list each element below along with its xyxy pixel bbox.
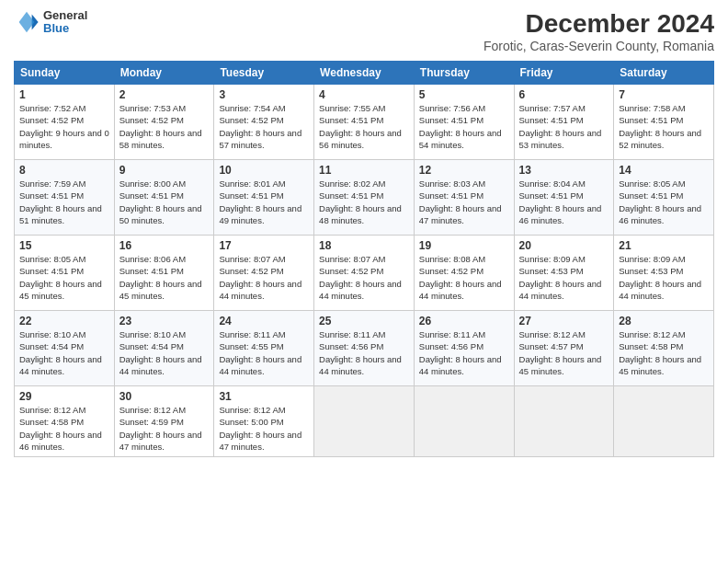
col-wednesday: Wednesday: [314, 62, 415, 85]
sunrise-label: Sunrise: 7:55 AM: [319, 103, 385, 113]
logo-blue-text: Blue: [43, 22, 87, 35]
day-number: 3: [219, 88, 309, 101]
table-row: 26 Sunrise: 8:11 AM Sunset: 4:56 PM Dayl…: [414, 311, 514, 386]
day-number: 14: [619, 164, 709, 177]
table-row: 18 Sunrise: 8:07 AM Sunset: 4:52 PM Dayl…: [314, 236, 415, 311]
daylight-label: Daylight: 8 hours and 57 minutes.: [219, 128, 301, 150]
day-info: Sunrise: 8:12 AM Sunset: 4:58 PM Dayligh…: [619, 328, 709, 377]
day-info: Sunrise: 8:10 AM Sunset: 4:54 PM Dayligh…: [19, 328, 109, 377]
sunset-label: Sunset: 4:51 PM: [619, 115, 683, 125]
day-number: 16: [119, 239, 210, 252]
sunrise-label: Sunrise: 8:11 AM: [419, 329, 485, 339]
sunset-label: Sunset: 4:57 PM: [519, 341, 584, 351]
sunset-label: Sunset: 4:56 PM: [419, 341, 483, 351]
daylight-label: Daylight: 8 hours and 47 minutes.: [419, 203, 502, 225]
sunrise-label: Sunrise: 7:58 AM: [619, 103, 685, 113]
sunrise-label: Sunrise: 8:09 AM: [619, 254, 685, 264]
table-row: 29 Sunrise: 8:12 AM Sunset: 4:58 PM Dayl…: [15, 386, 115, 457]
sunrise-label: Sunrise: 8:04 AM: [519, 178, 586, 189]
day-info: Sunrise: 8:11 AM Sunset: 4:55 PM Dayligh…: [219, 328, 309, 377]
sunset-label: Sunset: 4:52 PM: [119, 115, 184, 125]
daylight-label: Daylight: 8 hours and 58 minutes.: [119, 128, 202, 150]
day-number: 21: [619, 239, 709, 252]
daylight-label: Daylight: 8 hours and 45 minutes.: [119, 279, 202, 301]
sunrise-label: Sunrise: 8:07 AM: [319, 254, 385, 264]
calendar-table: Sunday Monday Tuesday Wednesday Thursday…: [14, 61, 714, 457]
day-info: Sunrise: 8:04 AM Sunset: 4:51 PM Dayligh…: [519, 178, 609, 226]
table-row: 30 Sunrise: 8:12 AM Sunset: 4:59 PM Dayl…: [114, 386, 214, 457]
daylight-label: Daylight: 8 hours and 51 minutes.: [19, 203, 102, 225]
daylight-label: Daylight: 8 hours and 50 minutes.: [119, 203, 202, 225]
table-row: 31 Sunrise: 8:12 AM Sunset: 5:00 PM Dayl…: [214, 386, 314, 457]
daylight-label: Daylight: 8 hours and 52 minutes.: [619, 128, 701, 150]
day-number: 19: [419, 239, 509, 252]
sunset-label: Sunset: 4:51 PM: [119, 190, 184, 201]
table-row: 16 Sunrise: 8:06 AM Sunset: 4:51 PM Dayl…: [114, 236, 214, 311]
daylight-label: Daylight: 8 hours and 47 minutes.: [119, 430, 202, 452]
daylight-label: Daylight: 8 hours and 45 minutes.: [519, 354, 602, 376]
sunset-label: Sunset: 4:51 PM: [519, 190, 584, 201]
sunset-label: Sunset: 4:58 PM: [19, 417, 84, 427]
day-number: 25: [319, 315, 409, 327]
calendar-week-row: 15 Sunrise: 8:05 AM Sunset: 4:51 PM Dayl…: [15, 236, 714, 311]
table-row: 27 Sunrise: 8:12 AM Sunset: 4:57 PM Dayl…: [514, 311, 614, 386]
daylight-label: Daylight: 9 hours and 0 minutes.: [19, 128, 109, 150]
calendar-week-row: 1 Sunrise: 7:52 AM Sunset: 4:52 PM Dayli…: [15, 85, 714, 160]
sunset-label: Sunset: 4:59 PM: [119, 417, 184, 427]
daylight-label: Daylight: 8 hours and 44 minutes.: [319, 354, 402, 376]
sunrise-label: Sunrise: 7:57 AM: [519, 103, 586, 113]
table-row: 9 Sunrise: 8:00 AM Sunset: 4:51 PM Dayli…: [114, 160, 214, 236]
table-row: 19 Sunrise: 8:08 AM Sunset: 4:52 PM Dayl…: [414, 236, 514, 311]
sunset-label: Sunset: 4:51 PM: [19, 266, 84, 276]
col-thursday: Thursday: [414, 62, 514, 85]
header: General Blue December 2024 Forotic, Cara…: [14, 9, 714, 53]
day-info: Sunrise: 8:07 AM Sunset: 4:52 PM Dayligh…: [219, 253, 309, 302]
day-number: 12: [419, 164, 509, 177]
day-info: Sunrise: 7:57 AM Sunset: 4:51 PM Dayligh…: [519, 102, 609, 151]
table-row: 2 Sunrise: 7:53 AM Sunset: 4:52 PM Dayli…: [114, 85, 214, 160]
table-row: 10 Sunrise: 8:01 AM Sunset: 4:51 PM Dayl…: [214, 160, 314, 236]
day-info: Sunrise: 8:00 AM Sunset: 4:51 PM Dayligh…: [119, 178, 210, 226]
col-monday: Monday: [114, 62, 214, 85]
table-row: 12 Sunrise: 8:03 AM Sunset: 4:51 PM Dayl…: [414, 160, 514, 236]
daylight-label: Daylight: 8 hours and 44 minutes.: [419, 354, 502, 376]
sunrise-label: Sunrise: 7:52 AM: [19, 103, 85, 113]
day-number: 29: [19, 390, 109, 403]
sunrise-label: Sunrise: 8:12 AM: [19, 405, 85, 415]
sunset-label: Sunset: 4:53 PM: [519, 266, 584, 276]
day-number: 15: [19, 239, 109, 252]
sunset-label: Sunset: 4:51 PM: [219, 190, 283, 201]
table-row: 11 Sunrise: 8:02 AM Sunset: 4:51 PM Dayl…: [314, 160, 415, 236]
sunrise-label: Sunrise: 8:02 AM: [319, 178, 385, 189]
logo-icon: [14, 9, 40, 35]
sunset-label: Sunset: 4:51 PM: [619, 190, 683, 201]
day-number: 22: [19, 315, 109, 327]
daylight-label: Daylight: 8 hours and 44 minutes.: [419, 279, 502, 301]
sunrise-label: Sunrise: 8:12 AM: [219, 405, 285, 415]
sunset-label: Sunset: 4:52 PM: [219, 115, 283, 125]
table-row: 17 Sunrise: 8:07 AM Sunset: 4:52 PM Dayl…: [214, 236, 314, 311]
table-row: 21 Sunrise: 8:09 AM Sunset: 4:53 PM Dayl…: [614, 236, 714, 311]
sunset-label: Sunset: 5:00 PM: [219, 417, 283, 427]
table-row: 24 Sunrise: 8:11 AM Sunset: 4:55 PM Dayl…: [214, 311, 314, 386]
sunset-label: Sunset: 4:53 PM: [619, 266, 683, 276]
day-info: Sunrise: 7:55 AM Sunset: 4:51 PM Dayligh…: [319, 102, 409, 151]
calendar-week-row: 8 Sunrise: 7:59 AM Sunset: 4:51 PM Dayli…: [15, 160, 714, 236]
day-info: Sunrise: 8:02 AM Sunset: 4:51 PM Dayligh…: [319, 178, 409, 226]
sunrise-label: Sunrise: 8:06 AM: [119, 254, 186, 264]
page: General Blue December 2024 Forotic, Cara…: [0, 0, 728, 563]
sunrise-label: Sunrise: 8:11 AM: [319, 329, 385, 339]
table-row: 25 Sunrise: 8:11 AM Sunset: 4:56 PM Dayl…: [314, 311, 415, 386]
sunrise-label: Sunrise: 8:03 AM: [419, 178, 485, 189]
daylight-label: Daylight: 8 hours and 44 minutes.: [319, 279, 402, 301]
col-sunday: Sunday: [15, 62, 115, 85]
day-number: 13: [519, 164, 609, 177]
daylight-label: Daylight: 8 hours and 49 minutes.: [219, 203, 301, 225]
day-info: Sunrise: 8:09 AM Sunset: 4:53 PM Dayligh…: [519, 253, 609, 302]
sunset-label: Sunset: 4:54 PM: [119, 341, 184, 351]
daylight-label: Daylight: 8 hours and 44 minutes.: [219, 354, 301, 376]
sunset-label: Sunset: 4:51 PM: [519, 115, 584, 125]
day-info: Sunrise: 8:11 AM Sunset: 4:56 PM Dayligh…: [419, 328, 509, 377]
day-number: 7: [619, 88, 709, 101]
table-row: 8 Sunrise: 7:59 AM Sunset: 4:51 PM Dayli…: [15, 160, 115, 236]
